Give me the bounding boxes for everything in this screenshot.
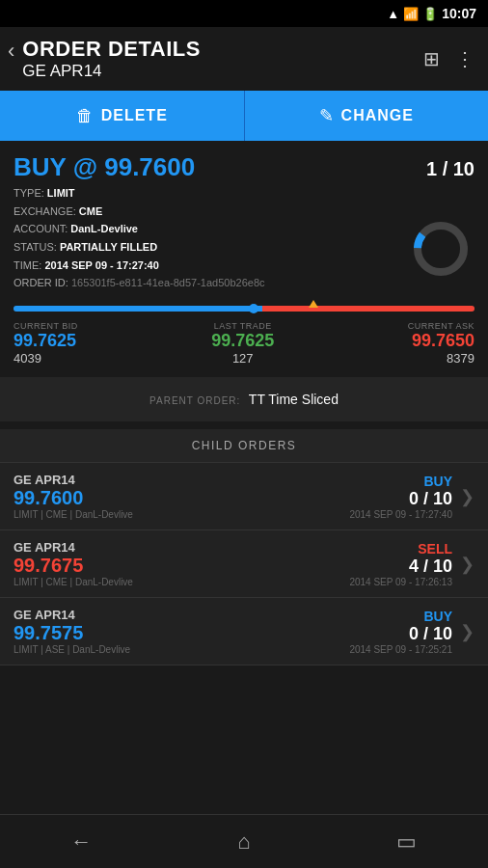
child-order-ticker-2: GE APR14 bbox=[14, 540, 133, 555]
change-icon: ✎ bbox=[319, 105, 334, 126]
child-order-price-2: 99.7675 bbox=[14, 555, 133, 577]
progress-fill-blue bbox=[14, 306, 262, 312]
chevron-icon-1: ❯ bbox=[460, 486, 474, 507]
fill-ratio: 1 / 10 bbox=[426, 158, 474, 180]
donut-chart bbox=[409, 217, 473, 281]
order-price-line: BUY @ 99.7600 1 / 10 bbox=[14, 152, 474, 182]
back-nav-button[interactable]: ← bbox=[52, 823, 110, 861]
child-order-meta-3: LIMIT | ASE | DanL-Devlive bbox=[14, 644, 130, 655]
parent-order-bar: PARENT ORDER: TT Time Sliced bbox=[0, 377, 488, 421]
child-orders-header: CHILD ORDERS bbox=[0, 429, 488, 463]
child-order-fills-2: 4 / 10 bbox=[349, 556, 452, 577]
account-label: ACCOUNT: bbox=[14, 223, 68, 234]
exchange-value: CME bbox=[79, 205, 102, 217]
chevron-icon-3: ❯ bbox=[460, 621, 474, 642]
child-order-side-2: SELL bbox=[349, 541, 452, 556]
order-id-value: 165301f5-e811-41ea-8d57-1ad50b26e8c bbox=[71, 277, 265, 288]
ask-label: CURRENT ASK bbox=[408, 321, 474, 331]
child-order-left-1: GE APR14 99.7600 LIMIT | CME | DanL-Devl… bbox=[14, 473, 133, 520]
header-left: ‹ ORDER DETAILS GE APR14 bbox=[8, 37, 201, 81]
status-bar: ▲ 📶 🔋 10:07 bbox=[0, 0, 488, 27]
delete-label: DELETE bbox=[101, 107, 168, 124]
child-order-ticker-1: GE APR14 bbox=[14, 473, 133, 487]
bid-label: CURRENT BID bbox=[14, 321, 78, 331]
change-label: CHANGE bbox=[341, 107, 414, 124]
child-order-item-1[interactable]: GE APR14 99.7600 LIMIT | CME | DanL-Devl… bbox=[0, 463, 488, 530]
status-icons: ▲ 📶 🔋 10:07 bbox=[387, 6, 476, 21]
child-order-side-1: BUY bbox=[349, 474, 452, 489]
child-orders-section: CHILD ORDERS GE APR14 99.7600 LIMIT | CM… bbox=[0, 429, 488, 665]
trade-label: LAST TRADE bbox=[211, 321, 274, 331]
status-time: 10:07 bbox=[442, 6, 476, 21]
bid-size: 4039 bbox=[14, 351, 78, 366]
bottom-nav: ← ⌂ ▭ bbox=[0, 814, 488, 868]
progress-dot bbox=[249, 304, 258, 313]
ask-size: 8379 bbox=[408, 351, 474, 366]
ask-column: CURRENT ASK 99.7650 8379 bbox=[408, 321, 474, 366]
child-order-time-2: 2014 SEP 09 - 17:26:13 bbox=[349, 577, 452, 587]
order-id-label: ORDER ID: bbox=[14, 277, 68, 288]
parent-value: TT Time Sliced bbox=[249, 392, 339, 407]
trade-size: 127 bbox=[211, 351, 274, 366]
wifi-icon: ▲ bbox=[387, 7, 399, 21]
time-value: 2014 SEP 09 - 17:27:40 bbox=[44, 259, 158, 271]
header-icons: ⊞ ⋮ bbox=[423, 47, 474, 70]
exchange-label: EXCHANGE: bbox=[14, 205, 76, 217]
progress-fill-red bbox=[262, 306, 474, 312]
child-order-meta-2: LIMIT | CME | DanL-Devlive bbox=[14, 577, 133, 587]
back-button[interactable]: ‹ bbox=[8, 39, 14, 64]
child-order-time-3: 2014 SEP 09 - 17:25:21 bbox=[349, 644, 452, 655]
page-subtitle: GE APR14 bbox=[22, 62, 201, 81]
header: ‹ ORDER DETAILS GE APR14 ⊞ ⋮ bbox=[0, 27, 488, 91]
child-order-right-2: SELL 4 / 10 2014 SEP 09 - 17:26:13 ❯ bbox=[349, 541, 474, 587]
signal-icon: 📶 bbox=[403, 7, 419, 21]
status-value: PARTIALLY FILLED bbox=[60, 241, 157, 253]
child-order-right-1: BUY 0 / 10 2014 SEP 09 - 17:27:40 ❯ bbox=[349, 474, 474, 520]
page-title: ORDER DETAILS bbox=[22, 37, 201, 62]
time-label: TIME: bbox=[14, 259, 41, 271]
type-value: LIMIT bbox=[47, 187, 75, 199]
child-order-fills-1: 0 / 10 bbox=[349, 489, 452, 509]
market-data-row: CURRENT BID 99.7625 4039 LAST TRADE 99.7… bbox=[0, 313, 488, 375]
child-order-right-info-3: BUY 0 / 10 2014 SEP 09 - 17:25:21 bbox=[349, 609, 452, 655]
child-order-fills-3: 0 / 10 bbox=[349, 624, 452, 644]
bid-column: CURRENT BID 99.7625 4039 bbox=[14, 321, 78, 366]
battery-icon: 🔋 bbox=[422, 7, 438, 21]
buy-price: BUY @ 99.7600 bbox=[14, 152, 195, 182]
more-icon[interactable]: ⋮ bbox=[455, 47, 474, 70]
child-order-left-3: GE APR14 99.7575 LIMIT | ASE | DanL-Devl… bbox=[14, 608, 130, 655]
svg-point-0 bbox=[418, 226, 464, 272]
trade-column: LAST TRADE 99.7625 127 bbox=[211, 321, 274, 366]
delete-button[interactable]: 🗑 DELETE bbox=[0, 91, 244, 141]
child-order-right-3: BUY 0 / 10 2014 SEP 09 - 17:25:21 ❯ bbox=[349, 609, 474, 655]
child-order-right-info-1: BUY 0 / 10 2014 SEP 09 - 17:27:40 bbox=[349, 474, 452, 520]
status-label: STATUS: bbox=[14, 241, 57, 253]
home-nav-button[interactable]: ⌂ bbox=[215, 823, 273, 861]
child-order-meta-1: LIMIT | CME | DanL-Devlive bbox=[14, 509, 133, 520]
child-order-ticker-3: GE APR14 bbox=[14, 608, 130, 622]
progress-triangle bbox=[309, 300, 318, 308]
header-title-block: ORDER DETAILS GE APR14 bbox=[22, 37, 201, 81]
order-details: TYPE: LIMIT EXCHANGE: CME ACCOUNT: DanL-… bbox=[14, 184, 474, 292]
child-order-left-2: GE APR14 99.7675 LIMIT | CME | DanL-Devl… bbox=[14, 540, 133, 587]
child-order-price-1: 99.7600 bbox=[14, 487, 133, 509]
grid-icon[interactable]: ⊞ bbox=[423, 47, 440, 70]
trade-value: 99.7625 bbox=[211, 331, 274, 351]
ask-value: 99.7650 bbox=[408, 331, 474, 351]
bid-value: 99.7625 bbox=[14, 331, 78, 351]
child-order-item-3[interactable]: GE APR14 99.7575 LIMIT | ASE | DanL-Devl… bbox=[0, 598, 488, 665]
child-order-price-3: 99.7575 bbox=[14, 622, 130, 644]
account-value: DanL-Devlive bbox=[70, 223, 138, 234]
progress-bar bbox=[14, 306, 474, 312]
parent-label: PARENT ORDER: bbox=[149, 395, 240, 406]
change-button[interactable]: ✎ CHANGE bbox=[244, 91, 489, 141]
child-order-time-1: 2014 SEP 09 - 17:27:40 bbox=[349, 509, 452, 520]
delete-icon: 🗑 bbox=[76, 106, 94, 126]
action-buttons: 🗑 DELETE ✎ CHANGE bbox=[0, 91, 488, 141]
child-order-right-info-2: SELL 4 / 10 2014 SEP 09 - 17:26:13 bbox=[349, 541, 452, 587]
child-order-side-3: BUY bbox=[349, 609, 452, 624]
child-order-item-2[interactable]: GE APR14 99.7675 LIMIT | CME | DanL-Devl… bbox=[0, 530, 488, 598]
chevron-icon-2: ❯ bbox=[460, 554, 474, 575]
recent-nav-button[interactable]: ▭ bbox=[378, 823, 436, 861]
type-label: TYPE: bbox=[14, 187, 44, 199]
